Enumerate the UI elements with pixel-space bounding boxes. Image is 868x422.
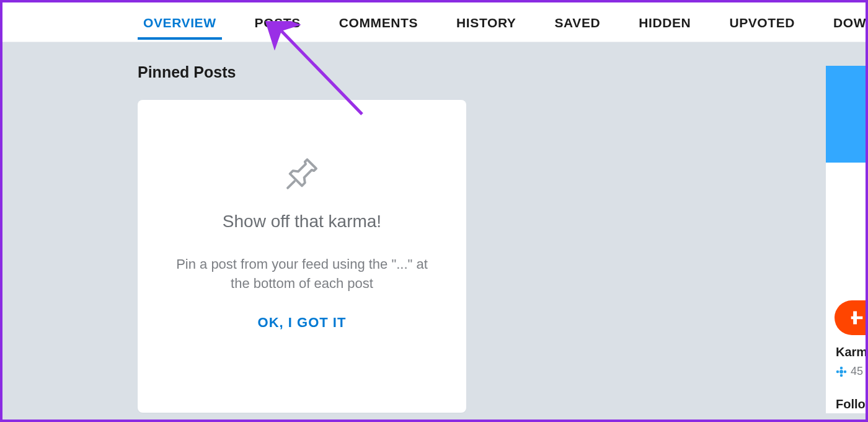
svg-point-2 xyxy=(840,366,843,369)
tab-upvoted[interactable]: UPVOTED xyxy=(724,5,800,40)
tab-posts[interactable]: POSTS xyxy=(249,5,306,40)
app-frame: OVERVIEW POSTS COMMENTS HISTORY SAVED HI… xyxy=(0,0,868,422)
tab-comments[interactable]: COMMENTS xyxy=(334,5,423,40)
pinned-posts-card: Show off that karma! Pin a post from you… xyxy=(138,100,466,413)
karma-label: Karma xyxy=(836,345,868,359)
svg-point-4 xyxy=(836,370,839,373)
svg-point-3 xyxy=(840,374,843,377)
tab-history[interactable]: HISTORY xyxy=(451,5,521,40)
pin-card-description: Pin a post from your feed using the "...… xyxy=(172,255,432,294)
sidebar-banner xyxy=(826,66,866,163)
section-title: Pinned Posts xyxy=(138,63,634,81)
svg-point-1 xyxy=(839,370,843,374)
content-area: Pinned Posts Show off that karma! Pin a … xyxy=(138,63,634,413)
followers-label: Followers xyxy=(836,397,868,411)
svg-line-0 xyxy=(288,181,294,188)
pin-icon xyxy=(284,156,320,194)
profile-tabs: OVERVIEW POSTS COMMENTS HISTORY SAVED HI… xyxy=(2,2,866,42)
pin-card-title: Show off that karma! xyxy=(156,212,448,231)
tab-downvoted[interactable]: DOWNVOTED xyxy=(828,5,868,40)
ok-got-it-button[interactable]: OK, I GOT IT xyxy=(258,315,347,331)
karma-value-row: 45 xyxy=(836,365,863,378)
tab-saved[interactable]: SAVED xyxy=(549,5,606,40)
profile-sidebar: Karma 45 Followers xyxy=(826,66,866,413)
karma-icon xyxy=(836,366,847,377)
sidebar-body: Karma 45 Followers xyxy=(826,163,866,413)
karma-value: 45 xyxy=(851,365,863,378)
tab-overview[interactable]: OVERVIEW xyxy=(138,5,222,40)
tab-hidden[interactable]: HIDDEN xyxy=(633,5,696,40)
svg-point-5 xyxy=(844,370,847,373)
style-avatar-button[interactable] xyxy=(835,300,868,335)
